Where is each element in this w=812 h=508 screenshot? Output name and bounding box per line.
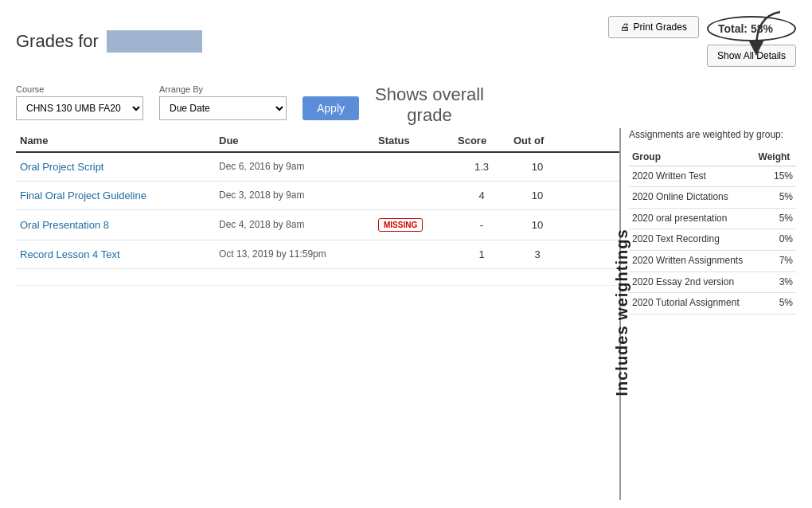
outof-cell: 10	[509, 219, 565, 231]
missing-badge: MISSING	[378, 218, 423, 232]
weighted-note: Assignments are weighted by group:	[629, 128, 796, 142]
total-area: Total: 58% Show All Details	[707, 16, 796, 67]
header-actions: 🖨 Print Grades Total: 58% Sho	[608, 16, 796, 67]
overall-grade-annotation: Shows overallgrade	[375, 84, 484, 127]
weights-group-header: Group	[629, 148, 755, 166]
weight-value: 5%	[755, 208, 796, 229]
course-control: Course CHNS 130 UMB FA20	[16, 84, 143, 120]
weight-group: 2020 Tutorial Assignment	[629, 293, 755, 315]
weight-group: 2020 Written Assignments	[629, 250, 755, 272]
assignment-name[interactable]: Oral Project Script	[16, 161, 215, 173]
apply-button[interactable]: Apply	[303, 96, 359, 120]
printer-icon: 🖨	[620, 21, 630, 33]
arrange-select[interactable]: Due Date	[159, 96, 287, 120]
show-all-details-label: Show All Details	[717, 50, 786, 61]
weight-group: 2020 Essay 2nd version	[629, 272, 755, 293]
outof-cell: 10	[509, 190, 565, 201]
print-btn-label: Print Grades	[634, 21, 687, 33]
due-date: Dec 4, 2018 by 8am	[215, 219, 374, 230]
weight-group: 2020 Written Test	[629, 166, 755, 187]
total-label: Total: 58%	[718, 22, 773, 35]
list-item: 2020 Written Test15%	[629, 166, 796, 187]
col-name: Name	[16, 135, 215, 147]
weight-value: 5%	[755, 187, 796, 209]
weights-weight-header: Weight	[755, 148, 796, 166]
grades-table-area: Name Due Status Score Out of Oral Projec…	[16, 128, 621, 500]
table-header: Name Due Status Score Out of	[16, 128, 619, 153]
score-cell: 1	[454, 248, 509, 260]
table-row: Oral Presentation 8 Dec 4, 2018 by 8am M…	[16, 210, 619, 240]
score-cell: 1.3	[454, 161, 509, 173]
table-row: Oral Project Script Dec 6, 2016 by 9am 1…	[16, 153, 619, 182]
weight-value: 3%	[755, 272, 796, 293]
due-date: Oct 13, 2019 by 11:59pm	[215, 248, 374, 260]
course-label: Course	[16, 84, 143, 94]
col-due: Due	[215, 135, 374, 147]
due-date: Dec 6, 2016 by 9am	[215, 161, 374, 172]
total-circle: Total: 58%	[707, 16, 796, 41]
course-select[interactable]: CHNS 130 UMB FA20	[16, 96, 143, 120]
show-all-details-button[interactable]: Show All Details	[707, 45, 796, 67]
page-title: Grades for	[16, 30, 202, 53]
weight-group: 2020 oral presentation	[629, 208, 755, 229]
outof-cell: 10	[509, 161, 565, 173]
table-row: Final Oral Project Guideline Dec 3, 2018…	[16, 182, 619, 210]
arrange-label: Arrange By	[159, 84, 287, 94]
right-sidebar: Assignments are weighted by group: Group…	[621, 128, 796, 500]
score-cell: 4	[454, 190, 509, 201]
main-content: Name Due Status Score Out of Oral Projec…	[16, 128, 796, 500]
weight-value: 7%	[755, 250, 796, 272]
col-outof: Out of	[509, 135, 565, 147]
weight-value: 0%	[755, 229, 796, 251]
score-cell: -	[454, 219, 509, 231]
title-prefix: Grades for	[16, 31, 99, 52]
print-grades-button[interactable]: 🖨 Print Grades	[608, 16, 699, 38]
due-date: Dec 3, 2018 by 9am	[215, 190, 374, 201]
outof-cell: 3	[509, 248, 565, 260]
list-item: 2020 oral presentation5%	[629, 208, 796, 229]
list-item: 2020 Text Recording0%	[629, 229, 796, 251]
col-score: Score	[454, 135, 509, 147]
weight-group: 2020 Text Recording	[629, 229, 755, 251]
table-row: Record Lesson 4 Text Oct 13, 2019 by 11:…	[16, 240, 619, 269]
weight-group: 2020 Online Dictations	[629, 187, 755, 209]
list-item: 2020 Tutorial Assignment5%	[629, 293, 796, 315]
list-item: 2020 Essay 2nd version3%	[629, 272, 796, 293]
arrange-control: Arrange By Due Date	[159, 84, 287, 120]
weight-value: 5%	[755, 293, 796, 315]
assignment-name[interactable]: Final Oral Project Guideline	[16, 190, 215, 201]
assignment-name[interactable]: Record Lesson 4 Text	[16, 248, 215, 260]
weights-table: Group Weight 2020 Written Test15%2020 On…	[629, 148, 796, 315]
weight-value: 15%	[755, 166, 796, 187]
list-item: 2020 Online Dictations5%	[629, 187, 796, 209]
student-name-box	[107, 30, 202, 53]
col-status: Status	[374, 135, 454, 147]
status-cell: MISSING	[374, 218, 454, 232]
assignment-name[interactable]: Oral Presentation 8	[16, 219, 215, 231]
table-row	[16, 269, 619, 286]
list-item: 2020 Written Assignments7%	[629, 250, 796, 272]
